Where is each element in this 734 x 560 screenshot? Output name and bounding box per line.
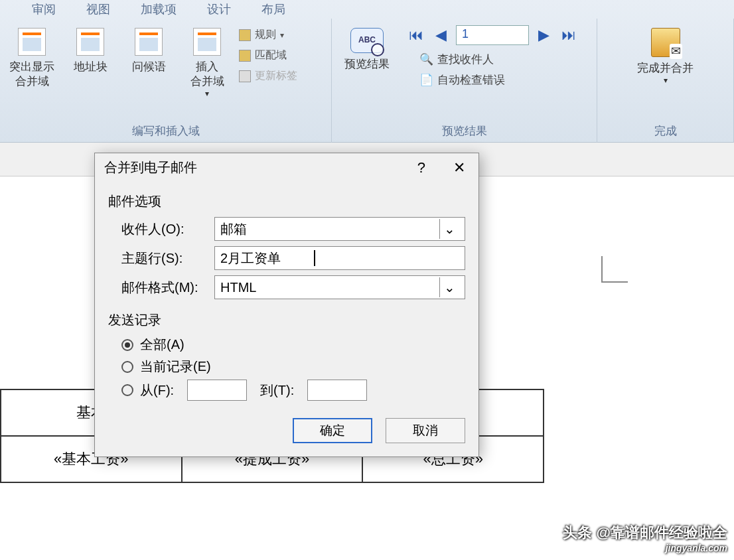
to-input[interactable] xyxy=(307,380,367,401)
format-label: 邮件格式(M): xyxy=(121,279,214,297)
format-select[interactable]: HTML ⌄ xyxy=(214,275,465,299)
preview-icon xyxy=(350,28,384,53)
group-write-insert: 突出显示 合并域 地址块 问候语 插入 合并域 规则 xyxy=(0,19,332,143)
ribbon-body: 突出显示 合并域 地址块 问候语 插入 合并域 规则 xyxy=(0,19,734,143)
last-record-button[interactable]: ⏭ xyxy=(559,25,579,45)
match-icon xyxy=(239,50,251,62)
ribbon: 审阅 视图 加载项 设计 布局 突出显示 合并域 地址块 问候语 xyxy=(0,0,734,143)
close-button[interactable]: ✕ xyxy=(449,159,469,176)
merge-to-email-dialog: 合并到电子邮件 ? ✕ 邮件选项 收件人(O): 邮箱 ⌄ 主题行(S): 2月… xyxy=(94,153,479,457)
next-record-button[interactable]: ▶ xyxy=(536,25,552,45)
auto-check-errors-button[interactable]: 📄 自动检查错误 xyxy=(419,72,579,88)
help-button[interactable]: ? xyxy=(413,159,429,176)
chevron-down-icon: ⌄ xyxy=(439,219,459,239)
subject-label: 主题行(S): xyxy=(121,249,214,267)
preview-results-button[interactable]: 预览结果 xyxy=(337,25,397,74)
ok-button[interactable]: 确定 xyxy=(293,418,372,443)
from-input[interactable] xyxy=(187,380,247,401)
group-label: 编写和插入域 xyxy=(5,123,326,143)
prev-record-button[interactable]: ◀ xyxy=(433,25,449,45)
recipient-select[interactable]: 邮箱 ⌄ xyxy=(214,217,465,241)
greeting-icon xyxy=(135,28,163,56)
update-icon xyxy=(239,70,251,82)
radio-icon xyxy=(121,339,133,351)
dialog-titlebar[interactable]: 合并到电子邮件 ? ✕ xyxy=(95,153,478,182)
tab-layout[interactable]: 布局 xyxy=(256,0,291,19)
search-icon: 🔍 xyxy=(419,52,433,66)
text-cursor xyxy=(314,250,315,266)
mail-options-label: 邮件选项 xyxy=(108,192,465,210)
address-block-button[interactable]: 地址块 xyxy=(64,25,117,77)
insert-field-icon xyxy=(193,28,221,56)
group-label: 预览结果 xyxy=(337,123,591,143)
tab-addins[interactable]: 加载项 xyxy=(135,0,182,19)
subject-input[interactable]: 2月工资单 xyxy=(214,246,465,270)
rules-icon xyxy=(239,29,251,41)
greeting-button[interactable]: 问候语 xyxy=(122,25,175,77)
match-fields-button[interactable]: 匹配域 xyxy=(239,48,297,62)
group-preview: 预览结果 ⏮ ◀ 1 ▶ ⏭ 🔍 查找收件 xyxy=(332,19,597,143)
rules-button[interactable]: 规则 xyxy=(239,28,297,42)
watermark: 头条 @靠谱邮件经验啦全 jingyanla.com xyxy=(563,523,727,553)
option-all[interactable]: 全部(A) xyxy=(121,336,465,354)
cancel-button[interactable]: 取消 xyxy=(386,418,465,443)
radio-icon xyxy=(121,361,133,373)
first-record-button[interactable]: ⏮ xyxy=(406,25,426,45)
record-number-input[interactable]: 1 xyxy=(456,25,529,45)
dialog-title-text: 合并到电子邮件 xyxy=(104,159,197,176)
ribbon-tabs: 审阅 视图 加载项 设计 布局 xyxy=(0,0,734,19)
update-labels-button[interactable]: 更新标签 xyxy=(239,69,297,83)
tab-review[interactable]: 审阅 xyxy=(27,0,61,19)
recipient-label: 收件人(O): xyxy=(121,220,214,238)
chevron-down-icon: ⌄ xyxy=(439,277,459,297)
find-recipient-button[interactable]: 🔍 查找收件人 xyxy=(419,52,579,67)
option-range[interactable]: 从(F): 到(T): xyxy=(121,380,465,401)
group-label: 完成 xyxy=(603,123,728,143)
option-current[interactable]: 当前记录(E) xyxy=(121,358,465,376)
radio-icon xyxy=(121,384,133,396)
highlight-icon xyxy=(18,28,46,56)
check-icon: 📄 xyxy=(419,73,433,87)
send-records-label: 发送记录 xyxy=(108,311,465,329)
tab-view[interactable]: 视图 xyxy=(81,0,115,19)
highlight-merge-field-button[interactable]: 突出显示 合并域 xyxy=(5,25,58,92)
tab-design[interactable]: 设计 xyxy=(202,0,236,19)
finish-merge-icon xyxy=(651,28,680,57)
insert-merge-field-button[interactable]: 插入 合并域 xyxy=(181,25,234,102)
page-corner xyxy=(601,256,628,283)
finish-merge-button[interactable]: 完成并合并 xyxy=(629,25,702,89)
address-icon xyxy=(76,28,104,56)
group-finish: 完成并合并 完成 xyxy=(597,19,734,143)
